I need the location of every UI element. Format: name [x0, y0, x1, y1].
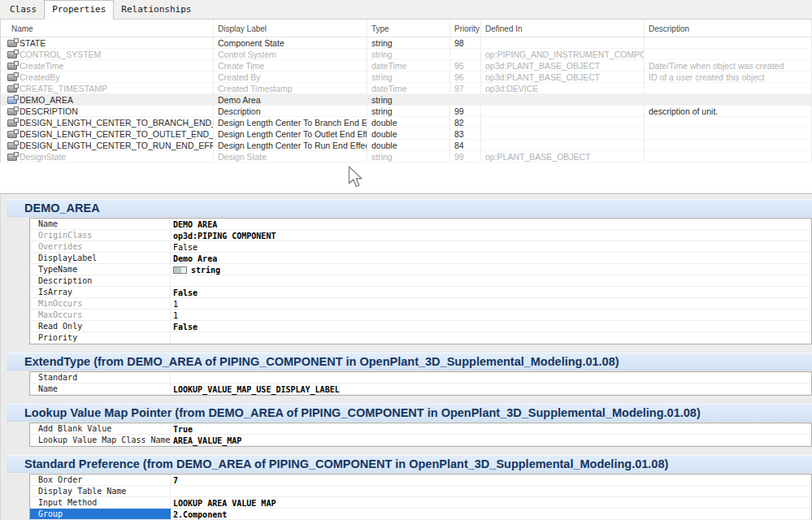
grid-label[interactable]: Add Blank Value	[30, 423, 171, 434]
grid-label[interactable]: Name	[30, 384, 171, 395]
grid-value[interactable]	[171, 275, 811, 286]
table-row[interactable]: DESIGN_LENGTH_CENTER_TO_BRANCH_END_EFFEC…	[1, 117, 812, 128]
grid-label[interactable]: Read Only	[30, 321, 171, 332]
cell-type: string	[367, 37, 450, 48]
property-icon	[7, 51, 17, 58]
grid-row[interactable]: MaxOccurs1	[30, 310, 811, 321]
grid-label[interactable]: IsArray	[30, 287, 171, 297]
tab-properties[interactable]: Properties	[44, 0, 114, 20]
grid-row[interactable]: NameLOOKUP_VALUE_MAP_USE_DISPLAY_LABEL	[30, 384, 811, 395]
grid-label[interactable]: TypeName	[30, 264, 171, 275]
grid-row[interactable]: Input MethodLOOKUP AREA_VALUE_MAP	[30, 497, 811, 509]
grid-row[interactable]: OverridesFalse	[30, 241, 811, 253]
cell-priority	[450, 94, 481, 105]
grid-row[interactable]: Standard	[30, 372, 811, 384]
table-row[interactable]: DesignStateDesign Statestring99op:PLANT_…	[1, 151, 812, 162]
cell-type: double	[367, 140, 450, 150]
grid-value[interactable]: op3d:PIPING_COMPONENT	[171, 230, 811, 240]
grid-label[interactable]: MinOccurs	[30, 298, 171, 309]
grid-value[interactable]: 2.Component	[171, 509, 811, 519]
cell-priority: 98	[450, 37, 481, 48]
grid-row[interactable]: NameDEMO_AREA	[30, 219, 811, 230]
grid-row[interactable]: OriginClassop3d:PIPING_COMPONENT	[30, 230, 811, 241]
grid-label[interactable]: Box Order	[30, 474, 171, 485]
property-name-text: DESIGN_LENGTH_CENTER_TO_RUN_END_EFFECTIV…	[20, 141, 214, 150]
grid-row[interactable]: DisplayLabelDemo Area	[30, 253, 811, 264]
grid-row[interactable]: IsArrayFalse	[30, 287, 811, 298]
grid-value[interactable]	[171, 372, 811, 383]
grid-label[interactable]: Lookup Value Map Class Name	[30, 435, 171, 446]
grid-row[interactable]: MinOccurs1	[30, 298, 811, 310]
table-row[interactable]: CREATE_TIMESTAMPCreated TimestampdateTim…	[1, 83, 812, 94]
grid-label[interactable]: OriginClass	[30, 230, 171, 240]
grid-value[interactable]: LOOKUP AREA_VALUE_MAP	[171, 497, 811, 508]
table-row[interactable]: DESIGN_LENGTH_CENTER_TO_RUN_END_EFFECTIV…	[1, 140, 812, 151]
table-row[interactable]: CreatedByCreated Bystring96op3d:PLANT_BA…	[1, 72, 812, 83]
grid-label[interactable]: Group	[30, 509, 171, 519]
grid-row[interactable]: Add Blank ValueTrue	[30, 423, 811, 435]
column-header-priority[interactable]: Priority	[450, 20, 481, 37]
tab-relationships[interactable]: Relationships	[114, 1, 198, 19]
grid-value[interactable]	[171, 332, 811, 344]
cell-display-label: Design Length Center To Branch End Effec…	[214, 117, 367, 128]
grid-label[interactable]: Name	[30, 219, 171, 229]
grid-row[interactable]: Display Table Name	[30, 486, 811, 497]
table-row[interactable]: CreateTimeCreate TimedateTime95op3d:PLAN…	[1, 60, 812, 72]
cell-defined-in	[481, 106, 645, 116]
table-row[interactable]: DESIGN_LENGTH_CENTER_TO_OUTLET_END_EFFEC…	[1, 128, 812, 140]
grid-row[interactable]: Description	[30, 275, 811, 287]
grid-value[interactable]: Demo Area	[171, 253, 811, 263]
property-icon	[7, 40, 17, 47]
table-row[interactable]: STATEComponent Statestring98	[1, 37, 812, 49]
grid-value[interactable]	[171, 486, 811, 496]
grid-row[interactable]: Read OnlyFalse	[30, 321, 811, 332]
grid-value[interactable]: AREA_VALUE_MAP	[171, 435, 811, 446]
grid-value[interactable]: False	[171, 241, 811, 252]
grid-value[interactable]: False	[171, 287, 811, 297]
grid-label[interactable]: Standard	[30, 372, 171, 383]
section-header: DEMO_AREA	[7, 199, 812, 217]
grid-row[interactable]: Lookup Value Map Class NameAREA_VALUE_MA…	[30, 435, 811, 446]
cell-type: string	[367, 106, 450, 116]
grid-value[interactable]: 1	[171, 298, 811, 309]
grid-value[interactable]: LOOKUP_VALUE_MAP_USE_DISPLAY_LABEL	[171, 384, 811, 395]
grid-value[interactable]: string	[171, 264, 811, 275]
column-header-defined-in[interactable]: Defined In	[481, 20, 645, 37]
cell-display-label: Design Length Center To Outlet End Effec…	[214, 128, 367, 139]
grid-label[interactable]: Input Method	[30, 497, 171, 508]
grid-row[interactable]: Priority	[30, 332, 811, 344]
property-grid: NameDEMO_AREAOriginClassop3d:PIPING_COMP…	[29, 218, 812, 344]
column-header-type[interactable]: Type	[367, 20, 450, 37]
cell-name: DesignState	[1, 151, 214, 162]
tab-class[interactable]: Class	[2, 1, 44, 19]
grid-label[interactable]: Description	[30, 275, 171, 286]
property-name-text: DEMO_AREA	[20, 95, 73, 105]
column-header-description[interactable]: Description	[645, 20, 812, 37]
grid-value[interactable]: False	[171, 321, 811, 332]
cell-priority	[450, 49, 481, 59]
grid-row[interactable]: Group2.Component	[30, 509, 811, 520]
grid-label[interactable]: Overrides	[30, 241, 171, 252]
column-header-display-label[interactable]: Display Label	[214, 20, 367, 37]
cell-name: CREATE_TIMESTAMP	[1, 83, 214, 93]
grid-value[interactable]: 1	[171, 310, 811, 320]
grid-row[interactable]: TypeNamestring	[30, 264, 811, 275]
grid-value[interactable]: True	[171, 423, 811, 434]
property-grid: Box Order7Display Table NameInput Method…	[29, 474, 812, 520]
cell-description	[645, 128, 812, 139]
property-icon	[7, 119, 17, 127]
table-row[interactable]: CONTROL_SYSTEMControl Systemstringop:PIP…	[1, 49, 812, 60]
table-row[interactable]: DESCRIPTIONDescriptionstring99descriptio…	[1, 106, 812, 117]
table-row[interactable]: DEMO_AREADemo Areastring	[1, 94, 812, 106]
grid-value[interactable]: DEMO_AREA	[171, 219, 811, 229]
grid-label[interactable]: Display Table Name	[30, 486, 171, 496]
section-header: ExtendType (from DEMO_AREA of PIPING_COM…	[7, 353, 812, 370]
column-header-name[interactable]: Name	[1, 20, 214, 37]
grid-label[interactable]: Priority	[30, 332, 171, 344]
grid-label[interactable]: DisplayLabel	[30, 253, 171, 263]
grid-row[interactable]: Box Order7	[30, 474, 811, 486]
grid-label[interactable]: MaxOccurs	[30, 310, 171, 320]
grid-value[interactable]: 7	[171, 474, 811, 485]
properties-table: NameDisplay LabelTypePriorityDefined InD…	[0, 20, 812, 162]
cell-type: double	[367, 117, 450, 128]
